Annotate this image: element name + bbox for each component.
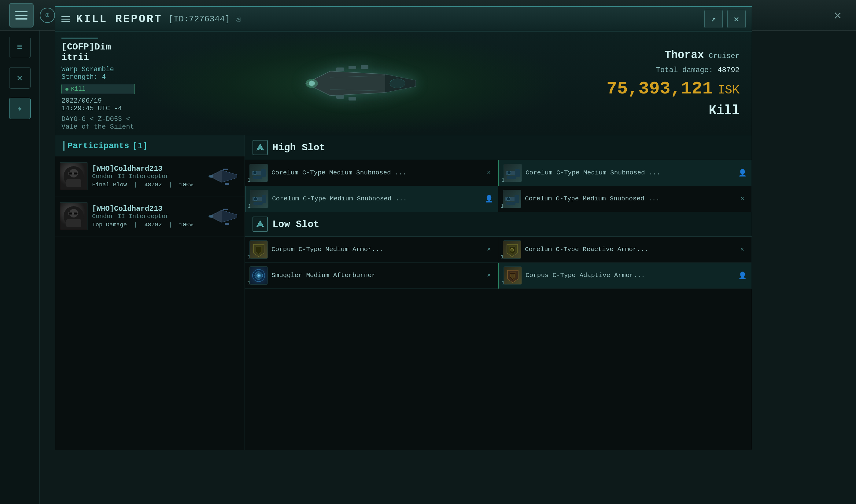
menu-button[interactable] [9, 3, 34, 28]
participants-title: Participants [68, 141, 129, 150]
slot-item-equip[interactable]: 👤 [738, 168, 747, 178]
svg-point-23 [209, 175, 213, 178]
participant-item[interactable]: [WHO]Coldhard213 Condor II Interceptor T… [55, 196, 245, 236]
svg-rect-38 [253, 176, 262, 179]
slot-item[interactable]: 1 Corelum C-Type Medium Snubnosed ... × [245, 160, 498, 186]
avatar-inner [60, 163, 87, 190]
svg-rect-10 [336, 95, 344, 99]
slot-item-equip[interactable]: 👤 [484, 194, 493, 203]
pilot-name: [COFP]Dim itrii [62, 42, 135, 62]
kill-badge: Kill [62, 84, 135, 94]
slot-item[interactable]: 1 Corpum C-Type Medium Armor... × [245, 237, 498, 263]
participant-avatar [60, 202, 87, 230]
left-sidebar: ≡ ✕ ✦ [0, 31, 40, 504]
damage-value: 48792 [717, 66, 739, 74]
svg-rect-34 [225, 223, 229, 225]
participant-name: [WHO]Coldhard213 [92, 205, 202, 213]
slot-item-remove[interactable]: × [484, 168, 493, 178]
high-slot-title: High Slot [273, 142, 325, 153]
hamburger-line [15, 18, 28, 20]
slot-item-icon [503, 240, 521, 259]
participants-count: [1] [133, 141, 148, 150]
kill-timestamp: 2022/06/19 14:29:45 UTC -4 [62, 97, 135, 112]
participant-avatar [60, 162, 87, 190]
svg-rect-44 [262, 195, 266, 203]
svg-point-0 [68, 38, 91, 39]
high-slot-grid: 1 Corelum C-Type Medium Snubnosed ... × [245, 160, 752, 212]
ship-name: Thorax [665, 49, 704, 61]
svg-rect-42 [507, 176, 516, 179]
close-window-button[interactable]: ✕ [727, 10, 746, 28]
low-slot-header: Low Slot [245, 212, 752, 237]
slot-item-name: Corpus C-Type Adaptive Armor... [525, 271, 734, 280]
wh-line [62, 16, 70, 17]
high-slot-icon [252, 140, 268, 155]
svg-rect-11 [349, 97, 356, 101]
participant-ship-image [206, 165, 240, 187]
slot-item-name: Corelum C-Type Medium Snubnosed ... [525, 168, 734, 177]
window-menu-button[interactable] [62, 16, 70, 22]
close-app-button[interactable]: ✕ [828, 6, 847, 24]
low-slot-grid: 1 Corpum C-Type Medium Armor... × 1 [245, 237, 752, 289]
avatar-inner [60, 203, 87, 230]
slot-item-remove[interactable]: × [484, 271, 493, 280]
ship-name-line: Thorax Cruiser [665, 49, 739, 61]
slot-item-icon [249, 240, 268, 259]
export-button[interactable]: ↗ [704, 10, 723, 28]
participants-header: Participants [1] [55, 135, 245, 156]
svg-point-1 [73, 38, 87, 39]
svg-point-55 [258, 275, 260, 276]
slot-item-name: Smuggler Medium Afterburner [272, 271, 481, 280]
slot-item-name: Corelum C-Type Medium Snubnosed ... [272, 194, 481, 203]
low-slot-title: Low Slot [273, 219, 319, 230]
high-slot-header: High Slot [245, 135, 752, 160]
wh-line [62, 19, 70, 20]
window-header: KILL REPORT [ID:7276344] ⎘ ↗ ✕ [55, 7, 752, 32]
svg-point-51 [510, 248, 513, 251]
participants-pane: Participants [1] [55, 135, 245, 450]
svg-rect-30 [74, 212, 78, 215]
kr-body: Participants [1] [55, 135, 752, 450]
svg-rect-28 [66, 219, 81, 227]
svg-rect-46 [254, 202, 263, 205]
participant-info: [WHO]Coldhard213 Condor II Interceptor T… [92, 205, 202, 228]
participant-ship-image [206, 205, 240, 227]
svg-rect-48 [514, 195, 519, 203]
value-info: Thorax Cruiser Total damage: 48792 75,39… [568, 32, 752, 135]
slot-item[interactable]: 1 Smuggler Medium Afterburner × [245, 263, 498, 289]
svg-rect-19 [66, 179, 81, 187]
svg-rect-25 [225, 183, 229, 185]
svg-rect-7 [336, 68, 344, 71]
svg-rect-20 [69, 172, 72, 175]
slot-item[interactable]: 1 Corelum C-Type Medium Snubnosed ... 👤 [245, 186, 498, 212]
hamburger-line [15, 11, 28, 12]
slot-item-name: Corelum C-Type Medium Snubnosed ... [525, 194, 734, 203]
copy-icon[interactable]: ⎘ [236, 15, 240, 23]
slot-item-icon [250, 190, 268, 208]
participant-stats: Final Blow | 48792 | 100% [92, 181, 202, 188]
pilot-info: [COFP]Dim itrii Warp Scramble Strength: … [55, 32, 141, 135]
participant-item[interactable]: [WHO]Coldhard213 Condor II Interceptor F… [55, 156, 245, 196]
slot-item-remove[interactable]: × [484, 245, 493, 254]
svg-rect-8 [349, 66, 356, 69]
sidebar-menu-icon[interactable]: ≡ [9, 37, 31, 58]
slot-item[interactable]: 1 Corelum C-Type Medium Snubnosed ... 👤 [498, 160, 752, 186]
sidebar-killreport-icon[interactable]: ✦ [9, 98, 31, 119]
slot-item-remove[interactable]: × [738, 194, 747, 203]
kill-id: [ID:7276344] [169, 14, 230, 24]
svg-rect-24 [223, 168, 228, 170]
slot-item-equip[interactable]: 👤 [738, 271, 747, 280]
slot-item[interactable]: 1 Corelum C-Type Reactive Armor... × [498, 237, 752, 263]
sidebar-combat-icon[interactable]: ✕ [9, 67, 31, 89]
slot-item[interactable]: 1 Corpus C-Type Adaptive Armor... 👤 [498, 263, 752, 289]
slot-item-remove[interactable]: × [738, 245, 747, 254]
svg-point-49 [507, 197, 510, 201]
svg-point-13 [309, 81, 315, 86]
slot-qty: 1 [247, 280, 251, 286]
header-bar [63, 141, 65, 150]
svg-rect-9 [361, 65, 368, 69]
slot-item[interactable]: 1 Corelum C-Type Medium Snubnosed ... × [498, 186, 752, 212]
slot-item-icon [249, 266, 268, 285]
window-title: KILL REPORT [76, 13, 162, 25]
ship-type: Cruiser [709, 52, 739, 60]
